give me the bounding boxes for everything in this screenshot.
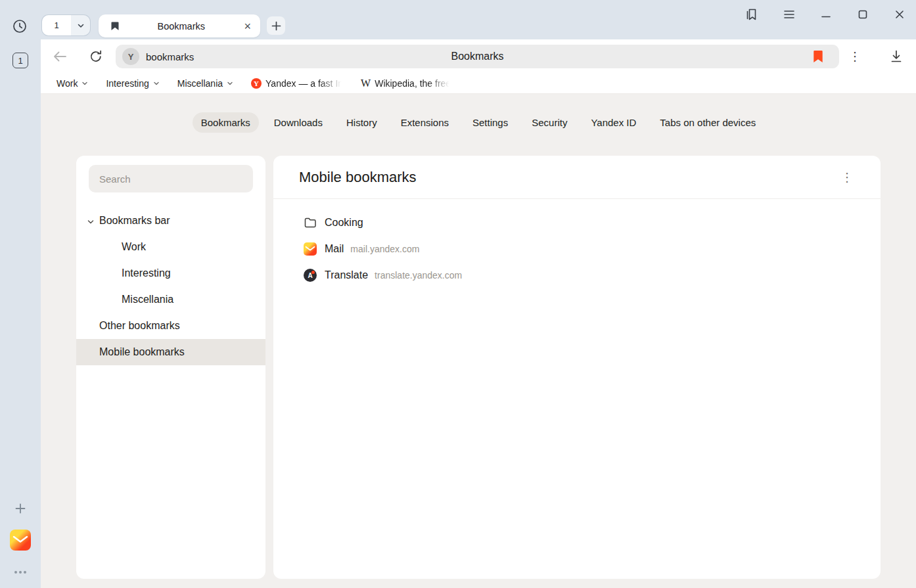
bookmarks-list-panel: Mobile bookmarks ⋮ Cooking [273, 156, 881, 579]
bookmark-url: mail.yandex.com [350, 244, 419, 254]
tab-group-count[interactable]: 1 [42, 15, 71, 35]
link-label: Yandex — a fast In [265, 78, 343, 89]
tab-group-chip[interactable]: 1 [42, 15, 90, 35]
chevron-down-icon[interactable] [87, 217, 95, 225]
tab-settings[interactable]: Settings [464, 112, 516, 133]
rail-more-icon[interactable] [13, 569, 28, 576]
chevron-down-icon [227, 78, 233, 89]
tab-other-devices[interactable]: Tabs on other devices [651, 112, 764, 133]
manager-nav-tabs: Bookmarks Downloads History Extensions S… [41, 112, 916, 133]
tab-count-badge[interactable]: 1 [12, 53, 28, 68]
panel-header: Mobile bookmarks ⋮ [273, 156, 881, 199]
yandex-mail-logo[interactable] [10, 530, 31, 551]
tab-bar: 1 Bookmarks × [0, 0, 916, 39]
chevron-down-icon [81, 78, 88, 89]
minimize-icon[interactable] [819, 8, 833, 21]
tab-bookmark-icon [110, 21, 120, 31]
yandex-favicon: Y [251, 78, 262, 89]
bookmarks-bar: Work Interesting Miscellania Y Yandex — … [41, 74, 916, 94]
tab-extensions[interactable]: Extensions [392, 112, 457, 133]
panel-kebab-icon[interactable]: ⋮ [840, 169, 854, 186]
bookmark-name: Mail [325, 243, 344, 255]
reload-icon[interactable] [88, 49, 104, 64]
bookmarks-manager-page: Bookmarks Downloads History Extensions S… [41, 94, 916, 588]
list-item-translate[interactable]: A Translate translate.yandex.com [304, 262, 881, 288]
list-item-cooking[interactable]: Cooking [304, 210, 881, 236]
bookmark-name: Cooking [325, 217, 363, 229]
tab-yandex-id[interactable]: Yandex ID [582, 112, 645, 133]
address-url-text: bookmarks [146, 51, 194, 62]
tab-group-chevron-down-icon[interactable] [71, 15, 90, 35]
browser-toolbar: Y bookmarks Bookmarks ⋮ [41, 39, 916, 74]
tab-downloads[interactable]: Downloads [265, 112, 331, 133]
folders-panel: Bookmarks bar Work Interesting Miscellan… [76, 156, 265, 579]
tree-item-label: Other bookmarks [99, 320, 180, 332]
history-clock-icon[interactable] [12, 18, 28, 34]
bookmarks-bar-link-yandex[interactable]: Y Yandex — a fast In [251, 78, 343, 89]
list-item-mail[interactable]: Mail mail.yandex.com [304, 236, 881, 262]
tree-item-interesting[interactable]: Interesting [76, 260, 265, 286]
link-label: Wikipedia, the free [375, 78, 451, 89]
maximize-icon[interactable] [856, 8, 869, 21]
wikipedia-favicon: W [361, 78, 371, 89]
tab-bookmarks[interactable]: Bookmarks [193, 112, 259, 133]
menu-icon[interactable] [783, 8, 796, 21]
bookmarks-bar-folder-work[interactable]: Work [57, 78, 88, 89]
bookmarks-bar-link-wikipedia[interactable]: W Wikipedia, the free [361, 78, 451, 89]
bookmark-flag-icon[interactable] [810, 49, 826, 64]
bookmark-list: Cooking Mail mail.yandex.com A [273, 199, 881, 288]
tree-item-miscellania[interactable]: Miscellania [76, 286, 265, 313]
tab-history[interactable]: History [338, 112, 386, 133]
bookmarks-bar-folder-interesting[interactable]: Interesting [106, 78, 159, 89]
search-input[interactable] [89, 165, 253, 192]
browser-tab-bookmarks[interactable]: Bookmarks × [99, 14, 260, 37]
folder-tree: Bookmarks bar Work Interesting Miscellan… [76, 208, 265, 365]
window-controls [746, 8, 906, 21]
tab-close-icon[interactable]: × [242, 20, 252, 32]
yandex-mail-icon [304, 242, 317, 256]
folder-label: Miscellania [177, 78, 223, 89]
toolbar-kebab-icon[interactable]: ⋮ [848, 49, 862, 64]
side-panel-icon[interactable] [746, 8, 759, 21]
back-icon[interactable] [52, 49, 68, 64]
page-title: Bookmarks [116, 51, 839, 62]
folder-icon [304, 216, 317, 229]
left-rail: 1 [0, 0, 41, 588]
tree-item-mobile-bookmarks[interactable]: Mobile bookmarks [76, 339, 265, 365]
tab-security[interactable]: Security [523, 112, 576, 133]
bookmark-name: Translate [325, 269, 368, 281]
folder-label: Interesting [106, 78, 149, 89]
page-favicon: Y [122, 48, 139, 65]
bookmark-url: translate.yandex.com [375, 270, 462, 281]
address-bar[interactable]: Y bookmarks Bookmarks [116, 45, 839, 68]
tab-title: Bookmarks [120, 21, 242, 32]
yandex-translate-icon: A [304, 269, 317, 282]
download-icon[interactable] [888, 48, 904, 65]
tree-item-bookmarks-bar[interactable]: Bookmarks bar [76, 208, 265, 234]
panel-title: Mobile bookmarks [299, 169, 840, 186]
rail-add-icon[interactable] [14, 502, 27, 515]
browser-window: 1 1 Bookmarks × [0, 0, 916, 588]
tree-item-label: Miscellania [122, 294, 173, 305]
tree-item-label: Interesting [122, 267, 171, 279]
bookmarks-bar-folder-miscellania[interactable]: Miscellania [177, 78, 233, 89]
tree-item-label: Bookmarks bar [99, 215, 170, 227]
window-close-icon[interactable] [893, 8, 906, 21]
tree-item-other-bookmarks[interactable]: Other bookmarks [76, 313, 265, 339]
tree-item-work[interactable]: Work [76, 234, 265, 260]
tree-item-label: Work [122, 241, 146, 253]
tree-item-label: Mobile bookmarks [99, 346, 185, 358]
new-tab-button[interactable] [267, 16, 285, 35]
chevron-down-icon [153, 78, 160, 89]
folder-label: Work [57, 78, 78, 89]
